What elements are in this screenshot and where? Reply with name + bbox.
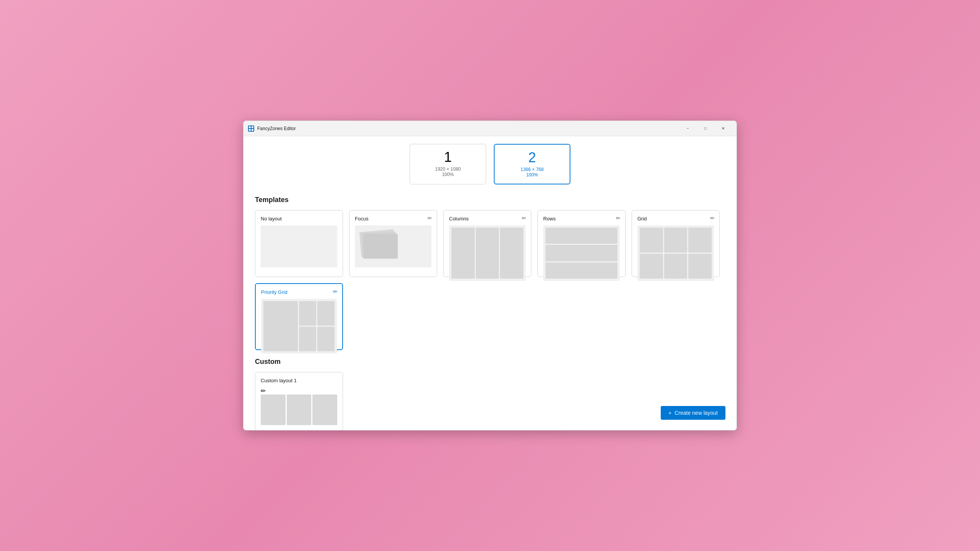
svg-rect-1	[252, 126, 253, 128]
grid-zone-6	[688, 254, 712, 279]
window-title: FancyZones Editor	[257, 126, 679, 131]
template-priority-grid-edit-icon[interactable]: ✏	[333, 289, 338, 295]
custom-section-title: Custom	[255, 358, 725, 366]
template-focus-edit-icon[interactable]: ✏	[428, 215, 432, 221]
template-priority-grid-preview	[261, 299, 337, 354]
template-focus-title: Focus	[355, 216, 431, 222]
template-columns[interactable]: Columns ✏	[443, 210, 531, 277]
templates-grid: No layout Focus ✏ Columns ✏	[255, 210, 725, 350]
row-zone-2	[546, 245, 617, 261]
minimize-button[interactable]: −	[679, 123, 697, 134]
priority-small-zone-1	[299, 301, 316, 326]
template-focus[interactable]: Focus ✏	[349, 210, 437, 277]
close-button[interactable]: ✕	[714, 123, 732, 134]
grid-zone-4	[640, 254, 663, 279]
priority-big-zone	[263, 301, 298, 351]
grid-zone-3	[688, 228, 712, 253]
template-no-layout[interactable]: No layout	[255, 210, 343, 277]
template-rows-title: Rows	[543, 216, 620, 222]
monitor-2-resolution: 1366 × 768	[501, 167, 564, 172]
template-grid-edit-icon[interactable]: ✏	[710, 215, 715, 221]
col-zone-2	[476, 228, 499, 279]
monitor-1-scale: 100%	[416, 172, 480, 177]
custom-zone-2	[287, 395, 312, 425]
template-columns-edit-icon[interactable]: ✏	[522, 215, 526, 221]
template-focus-preview	[355, 225, 431, 267]
template-priority-grid[interactable]: Priority Grid ✏	[255, 283, 343, 350]
create-button-label-2: Create new layout	[675, 410, 718, 416]
custom-section: Custom Custom layout 1 ✏	[255, 358, 725, 430]
monitor-2-number: 2	[501, 151, 564, 165]
template-rows-edit-icon[interactable]: ✏	[616, 215, 621, 221]
grid-zone-1	[640, 228, 663, 253]
template-no-layout-preview	[261, 225, 337, 267]
grid-zone-5	[664, 254, 688, 279]
monitor-selector: 1 1920 × 1080 100% 2 1366 × 768 100%	[255, 136, 725, 192]
maximize-button[interactable]: □	[697, 123, 714, 134]
template-priority-grid-title: Priority Grid	[261, 289, 337, 295]
priority-small-zone-3	[299, 327, 316, 351]
template-rows-preview	[543, 225, 620, 281]
svg-rect-2	[249, 129, 251, 131]
create-new-layout-button-2[interactable]: + Create new layout	[661, 406, 725, 420]
grid-zone-2	[664, 228, 688, 253]
titlebar: FancyZones Editor − □ ✕	[243, 121, 737, 136]
monitor-1-resolution: 1920 × 1080	[416, 166, 480, 172]
monitor-2-card[interactable]: 2 1366 × 768 100%	[494, 144, 570, 184]
template-grid-title: Grid	[637, 216, 714, 222]
col-zone-1	[451, 228, 475, 279]
svg-rect-3	[252, 129, 253, 131]
row-zone-1	[546, 228, 617, 244]
monitor-1-number: 1	[416, 150, 480, 164]
window-controls: − □ ✕	[679, 123, 732, 134]
template-rows[interactable]: Rows ✏	[537, 210, 626, 277]
template-columns-title: Columns	[449, 216, 526, 222]
templates-section-title: Templates	[255, 196, 725, 204]
custom-zone-1	[261, 395, 286, 425]
template-grid-preview	[637, 225, 714, 281]
template-no-layout-title: No layout	[261, 216, 337, 222]
svg-rect-0	[249, 126, 251, 128]
priority-small-zone-2	[317, 301, 335, 326]
custom-layout-1-card[interactable]: Custom layout 1 ✏	[255, 372, 343, 430]
custom-layout-1-edit-icon[interactable]: ✏	[261, 388, 266, 394]
main-content: 1 1920 × 1080 100% 2 1366 × 768 100% Tem…	[243, 136, 737, 430]
priority-small-zone-4	[317, 327, 335, 351]
monitor-2-scale: 100%	[501, 172, 564, 178]
custom-layout-1-preview	[261, 395, 337, 425]
create-button-icon-2: +	[668, 410, 671, 416]
fancyzones-window: FancyZones Editor − □ ✕ 1 1920 × 1080 10…	[243, 121, 737, 430]
col-zone-3	[500, 228, 523, 279]
app-icon	[248, 126, 254, 132]
custom-zone-3	[312, 395, 337, 425]
template-grid[interactable]: Grid ✏	[632, 210, 720, 277]
custom-layout-1-title: Custom layout 1	[261, 378, 337, 383]
monitor-1-card[interactable]: 1 1920 × 1080 100%	[410, 144, 486, 184]
row-zone-3	[546, 262, 617, 279]
template-columns-preview	[449, 225, 526, 281]
